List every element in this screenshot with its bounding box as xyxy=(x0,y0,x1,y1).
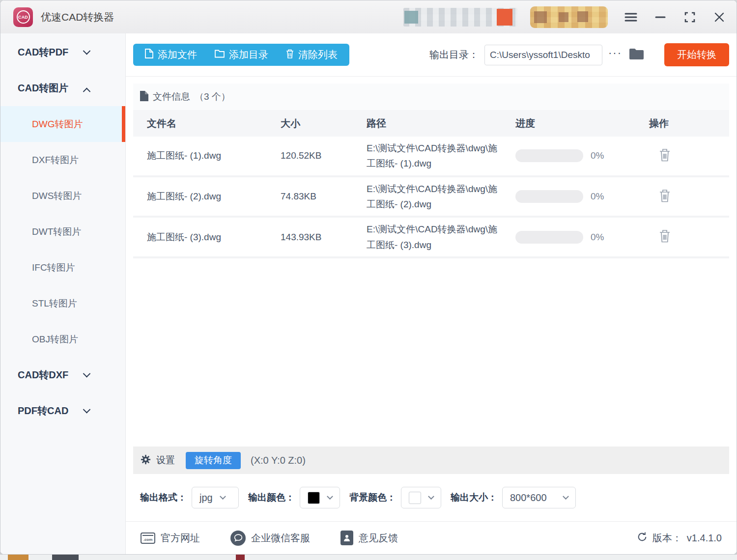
delete-row-button[interactable] xyxy=(659,189,671,204)
folder-icon xyxy=(215,49,225,60)
table-row: 施工图纸- (1).dwg 120.52KB E:\测试文件\CAD转换器\dw… xyxy=(133,137,729,177)
file-info-header: 文件信息 （3 个） xyxy=(133,84,729,110)
chevron-down-icon xyxy=(563,493,569,500)
delete-row-button[interactable] xyxy=(659,229,671,245)
desktop-background-sliver xyxy=(0,555,737,560)
output-size-label: 输出大小： xyxy=(451,491,497,504)
output-dir-input[interactable] xyxy=(484,45,602,65)
sidebar-item-stl-to-image[interactable]: STL转图片 xyxy=(0,285,125,321)
document-icon xyxy=(140,91,148,103)
cell-size: 74.83KB xyxy=(281,191,367,202)
sidebar-item-dwt-to-image[interactable]: DWT转图片 xyxy=(0,214,125,250)
start-convert-button[interactable]: 开始转换 xyxy=(664,43,729,66)
button-label: 添加文件 xyxy=(158,48,197,61)
link-label: 企业微信客服 xyxy=(251,532,310,545)
rotate-angle-button[interactable]: 旋转角度 xyxy=(186,452,241,469)
gear-icon xyxy=(140,454,151,467)
website-icon: .com xyxy=(141,532,155,544)
sidebar-item-label: DWG转图片 xyxy=(32,118,83,131)
color-swatch xyxy=(308,492,320,504)
sidebar-group-pdf-to-cad[interactable]: PDF转CAD xyxy=(0,393,125,429)
chevron-down-icon xyxy=(327,493,333,500)
version-area[interactable]: 版本： v1.4.1.0 xyxy=(637,532,722,545)
clear-list-button[interactable]: 清除列表 xyxy=(277,44,346,66)
sidebar-item-label: OBJ转图片 xyxy=(32,333,78,346)
add-files-button[interactable]: 添加文件 xyxy=(136,44,206,66)
version-value: v1.4.1.0 xyxy=(687,532,722,544)
file-panel: 文件信息 （3 个） 文件名 大小 路径 进度 操作 施工图纸- (1).dwg… xyxy=(126,77,737,447)
chevron-down-icon xyxy=(220,493,226,500)
browse-ellipsis-button[interactable]: ··· xyxy=(608,47,622,59)
refresh-icon xyxy=(637,532,648,544)
select-value: 800*600 xyxy=(510,492,547,504)
sidebar-group-cad-to-image[interactable]: CAD转图片 xyxy=(0,70,125,106)
hamburger-icon xyxy=(624,12,637,22)
delete-row-button[interactable] xyxy=(659,148,671,164)
group-label: PDF转CAD xyxy=(18,404,68,418)
col-path: 路径 xyxy=(367,117,515,130)
sidebar-item-label: DXF转图片 xyxy=(32,154,79,167)
cell-progress: 0% xyxy=(515,231,649,244)
file-info-count: （3 个） xyxy=(195,90,230,103)
progress-text: 0% xyxy=(591,232,604,243)
blurred-teal-block xyxy=(404,11,418,24)
file-info-title: 文件信息 xyxy=(153,90,190,103)
file-icon xyxy=(145,49,153,61)
desktop-fragment xyxy=(52,555,79,560)
output-format-group: 输出格式： jpg xyxy=(140,487,239,508)
chevron-down-icon xyxy=(428,493,434,500)
table-header: 文件名 大小 路径 进度 操作 xyxy=(133,110,729,137)
cell-path: E:\测试文件\CAD转换器\dwg\施工图纸- (3).dwg xyxy=(367,218,515,256)
cell-path: E:\测试文件\CAD转换器\dwg\施工图纸- (1).dwg xyxy=(367,137,515,175)
col-filename: 文件名 xyxy=(147,117,281,130)
maximize-icon xyxy=(684,12,695,23)
output-size-group: 输出大小： 800*600 xyxy=(451,487,576,508)
link-label: 意见反馈 xyxy=(359,532,398,545)
sidebar-item-ifc-to-image[interactable]: IFC转图片 xyxy=(0,250,125,285)
close-button[interactable] xyxy=(713,11,726,24)
bg-color-group: 背景颜色： xyxy=(349,487,441,508)
sidebar-group-cad-to-dxf[interactable]: CAD转DXF xyxy=(0,357,125,393)
progress-bar xyxy=(515,231,583,244)
minimize-button[interactable] xyxy=(654,11,667,24)
menu-button[interactable] xyxy=(624,11,637,24)
sidebar: CAD转PDF CAD转图片 DWG转图片 DXF转图片 DWS转图片 DWT转… xyxy=(0,33,126,554)
chevron-up-icon xyxy=(83,88,91,96)
settings-label: 设置 xyxy=(156,454,175,467)
sidebar-item-label: DWT转图片 xyxy=(32,225,81,238)
feedback-icon xyxy=(340,531,353,545)
col-size: 大小 xyxy=(281,117,367,130)
chevron-down-icon xyxy=(83,406,91,414)
output-color-label: 输出颜色： xyxy=(248,491,295,504)
sidebar-item-obj-to-image[interactable]: OBJ转图片 xyxy=(0,321,125,357)
app-logo-icon: CAD xyxy=(13,7,33,27)
output-color-group: 输出颜色： xyxy=(248,487,340,508)
sidebar-group-cad-to-pdf[interactable]: CAD转PDF xyxy=(0,34,125,70)
output-size-select[interactable]: 800*600 xyxy=(502,487,576,508)
output-options-row: 输出格式： jpg 输出颜色： 背景颜色： xyxy=(133,474,729,521)
sidebar-item-dxf-to-image[interactable]: DXF转图片 xyxy=(0,142,125,178)
cell-size: 120.52KB xyxy=(281,150,367,161)
wechat-support-link[interactable]: 企业微信客服 xyxy=(230,531,310,546)
col-progress: 进度 xyxy=(515,117,649,130)
progress-text: 0% xyxy=(591,191,604,202)
file-actions-group: 添加文件 添加目录 清除列表 xyxy=(133,44,349,66)
titlebar: CAD 优速CAD转换器 xyxy=(0,0,737,33)
bg-color-label: 背景颜色： xyxy=(349,491,396,504)
titlebar-right xyxy=(403,6,726,28)
desktop-fragment xyxy=(236,555,245,560)
open-folder-button[interactable] xyxy=(629,48,645,62)
output-color-select[interactable] xyxy=(300,487,340,508)
bg-color-select[interactable] xyxy=(401,487,441,508)
main-panel: 添加文件 添加目录 清除列表 xyxy=(126,33,737,554)
sidebar-item-dws-to-image[interactable]: DWS转图片 xyxy=(0,178,125,214)
add-folder-button[interactable]: 添加目录 xyxy=(206,44,277,66)
feedback-link[interactable]: 意见反馈 xyxy=(340,531,398,545)
output-format-select[interactable]: jpg xyxy=(192,487,239,508)
sidebar-item-dwg-to-image[interactable]: DWG转图片 xyxy=(0,106,125,142)
official-website-link[interactable]: .com 官方网址 xyxy=(141,532,200,545)
output-dir-group: 输出目录： ··· xyxy=(429,45,645,65)
trash-icon xyxy=(659,189,671,204)
maximize-button[interactable] xyxy=(683,11,696,24)
minimize-icon xyxy=(655,16,666,19)
